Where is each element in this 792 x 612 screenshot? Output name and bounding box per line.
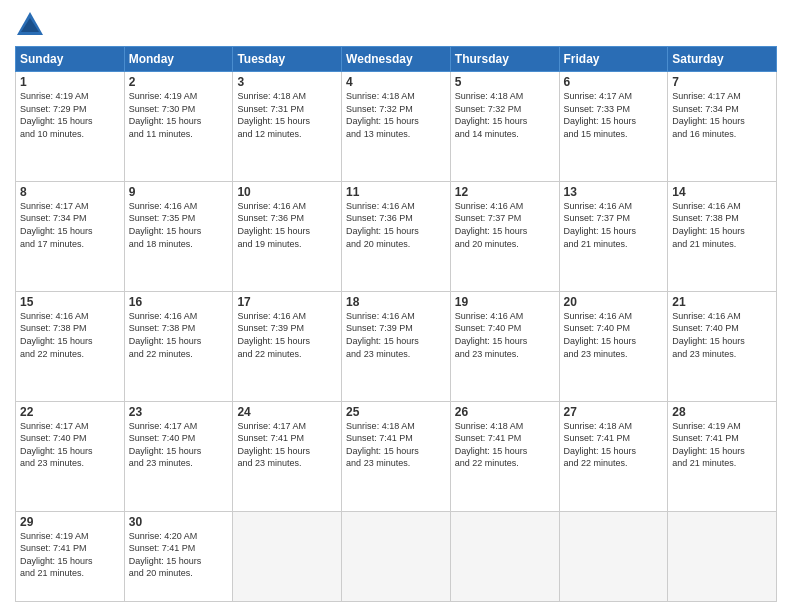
day-number: 23 xyxy=(129,405,229,419)
day-info: Sunrise: 4:19 AMSunset: 7:30 PMDaylight:… xyxy=(129,90,229,140)
calendar-cell: 15Sunrise: 4:16 AMSunset: 7:38 PMDayligh… xyxy=(16,291,125,401)
day-info: Sunrise: 4:18 AMSunset: 7:31 PMDaylight:… xyxy=(237,90,337,140)
calendar-cell xyxy=(668,511,777,601)
weekday-header-monday: Monday xyxy=(124,47,233,72)
day-info: Sunrise: 4:16 AMSunset: 7:36 PMDaylight:… xyxy=(237,200,337,250)
day-number: 17 xyxy=(237,295,337,309)
day-number: 1 xyxy=(20,75,120,89)
day-number: 19 xyxy=(455,295,555,309)
calendar-cell: 19Sunrise: 4:16 AMSunset: 7:40 PMDayligh… xyxy=(450,291,559,401)
calendar-cell: 28Sunrise: 4:19 AMSunset: 7:41 PMDayligh… xyxy=(668,401,777,511)
week-row-5: 29Sunrise: 4:19 AMSunset: 7:41 PMDayligh… xyxy=(16,511,777,601)
page: SundayMondayTuesdayWednesdayThursdayFrid… xyxy=(0,0,792,612)
day-number: 9 xyxy=(129,185,229,199)
day-number: 20 xyxy=(564,295,664,309)
calendar-cell: 6Sunrise: 4:17 AMSunset: 7:33 PMDaylight… xyxy=(559,72,668,182)
day-number: 18 xyxy=(346,295,446,309)
day-info: Sunrise: 4:16 AMSunset: 7:40 PMDaylight:… xyxy=(455,310,555,360)
calendar-cell: 23Sunrise: 4:17 AMSunset: 7:40 PMDayligh… xyxy=(124,401,233,511)
calendar-cell: 21Sunrise: 4:16 AMSunset: 7:40 PMDayligh… xyxy=(668,291,777,401)
day-number: 6 xyxy=(564,75,664,89)
calendar-cell: 3Sunrise: 4:18 AMSunset: 7:31 PMDaylight… xyxy=(233,72,342,182)
day-info: Sunrise: 4:19 AMSunset: 7:29 PMDaylight:… xyxy=(20,90,120,140)
day-info: Sunrise: 4:16 AMSunset: 7:36 PMDaylight:… xyxy=(346,200,446,250)
calendar-cell: 27Sunrise: 4:18 AMSunset: 7:41 PMDayligh… xyxy=(559,401,668,511)
day-number: 29 xyxy=(20,515,120,529)
day-info: Sunrise: 4:16 AMSunset: 7:38 PMDaylight:… xyxy=(672,200,772,250)
calendar-cell xyxy=(233,511,342,601)
calendar-cell: 4Sunrise: 4:18 AMSunset: 7:32 PMDaylight… xyxy=(342,72,451,182)
weekday-header-sunday: Sunday xyxy=(16,47,125,72)
calendar-cell: 7Sunrise: 4:17 AMSunset: 7:34 PMDaylight… xyxy=(668,72,777,182)
day-info: Sunrise: 4:17 AMSunset: 7:41 PMDaylight:… xyxy=(237,420,337,470)
calendar-cell: 29Sunrise: 4:19 AMSunset: 7:41 PMDayligh… xyxy=(16,511,125,601)
calendar-cell: 22Sunrise: 4:17 AMSunset: 7:40 PMDayligh… xyxy=(16,401,125,511)
day-number: 5 xyxy=(455,75,555,89)
day-number: 3 xyxy=(237,75,337,89)
calendar-cell: 2Sunrise: 4:19 AMSunset: 7:30 PMDaylight… xyxy=(124,72,233,182)
day-info: Sunrise: 4:19 AMSunset: 7:41 PMDaylight:… xyxy=(672,420,772,470)
calendar-cell: 1Sunrise: 4:19 AMSunset: 7:29 PMDaylight… xyxy=(16,72,125,182)
day-number: 14 xyxy=(672,185,772,199)
day-number: 27 xyxy=(564,405,664,419)
day-number: 13 xyxy=(564,185,664,199)
week-row-2: 8Sunrise: 4:17 AMSunset: 7:34 PMDaylight… xyxy=(16,181,777,291)
day-info: Sunrise: 4:17 AMSunset: 7:33 PMDaylight:… xyxy=(564,90,664,140)
day-number: 2 xyxy=(129,75,229,89)
day-info: Sunrise: 4:18 AMSunset: 7:41 PMDaylight:… xyxy=(455,420,555,470)
day-info: Sunrise: 4:18 AMSunset: 7:32 PMDaylight:… xyxy=(455,90,555,140)
calendar-cell: 18Sunrise: 4:16 AMSunset: 7:39 PMDayligh… xyxy=(342,291,451,401)
day-info: Sunrise: 4:16 AMSunset: 7:39 PMDaylight:… xyxy=(346,310,446,360)
day-info: Sunrise: 4:19 AMSunset: 7:41 PMDaylight:… xyxy=(20,530,120,580)
day-info: Sunrise: 4:16 AMSunset: 7:38 PMDaylight:… xyxy=(129,310,229,360)
calendar-cell: 13Sunrise: 4:16 AMSunset: 7:37 PMDayligh… xyxy=(559,181,668,291)
day-number: 30 xyxy=(129,515,229,529)
day-info: Sunrise: 4:16 AMSunset: 7:39 PMDaylight:… xyxy=(237,310,337,360)
calendar-cell: 17Sunrise: 4:16 AMSunset: 7:39 PMDayligh… xyxy=(233,291,342,401)
day-number: 8 xyxy=(20,185,120,199)
weekday-header-friday: Friday xyxy=(559,47,668,72)
day-number: 7 xyxy=(672,75,772,89)
day-number: 4 xyxy=(346,75,446,89)
calendar-cell xyxy=(342,511,451,601)
calendar-cell: 14Sunrise: 4:16 AMSunset: 7:38 PMDayligh… xyxy=(668,181,777,291)
calendar-cell: 20Sunrise: 4:16 AMSunset: 7:40 PMDayligh… xyxy=(559,291,668,401)
week-row-1: 1Sunrise: 4:19 AMSunset: 7:29 PMDaylight… xyxy=(16,72,777,182)
day-info: Sunrise: 4:16 AMSunset: 7:38 PMDaylight:… xyxy=(20,310,120,360)
day-info: Sunrise: 4:16 AMSunset: 7:35 PMDaylight:… xyxy=(129,200,229,250)
day-info: Sunrise: 4:16 AMSunset: 7:37 PMDaylight:… xyxy=(455,200,555,250)
calendar-cell: 9Sunrise: 4:16 AMSunset: 7:35 PMDaylight… xyxy=(124,181,233,291)
calendar-cell: 12Sunrise: 4:16 AMSunset: 7:37 PMDayligh… xyxy=(450,181,559,291)
calendar-cell: 5Sunrise: 4:18 AMSunset: 7:32 PMDaylight… xyxy=(450,72,559,182)
logo xyxy=(15,10,49,40)
calendar-cell xyxy=(559,511,668,601)
day-info: Sunrise: 4:18 AMSunset: 7:41 PMDaylight:… xyxy=(346,420,446,470)
calendar-cell: 16Sunrise: 4:16 AMSunset: 7:38 PMDayligh… xyxy=(124,291,233,401)
weekday-header-tuesday: Tuesday xyxy=(233,47,342,72)
day-info: Sunrise: 4:16 AMSunset: 7:40 PMDaylight:… xyxy=(564,310,664,360)
calendar-cell: 25Sunrise: 4:18 AMSunset: 7:41 PMDayligh… xyxy=(342,401,451,511)
day-info: Sunrise: 4:18 AMSunset: 7:41 PMDaylight:… xyxy=(564,420,664,470)
calendar-cell xyxy=(450,511,559,601)
week-row-3: 15Sunrise: 4:16 AMSunset: 7:38 PMDayligh… xyxy=(16,291,777,401)
day-number: 25 xyxy=(346,405,446,419)
weekday-header-saturday: Saturday xyxy=(668,47,777,72)
day-number: 15 xyxy=(20,295,120,309)
calendar-cell: 24Sunrise: 4:17 AMSunset: 7:41 PMDayligh… xyxy=(233,401,342,511)
day-info: Sunrise: 4:20 AMSunset: 7:41 PMDaylight:… xyxy=(129,530,229,580)
day-info: Sunrise: 4:17 AMSunset: 7:34 PMDaylight:… xyxy=(20,200,120,250)
header xyxy=(15,10,777,40)
calendar-cell: 8Sunrise: 4:17 AMSunset: 7:34 PMDaylight… xyxy=(16,181,125,291)
logo-icon xyxy=(15,10,45,40)
calendar-cell: 10Sunrise: 4:16 AMSunset: 7:36 PMDayligh… xyxy=(233,181,342,291)
day-number: 26 xyxy=(455,405,555,419)
calendar-cell: 11Sunrise: 4:16 AMSunset: 7:36 PMDayligh… xyxy=(342,181,451,291)
day-number: 28 xyxy=(672,405,772,419)
day-number: 10 xyxy=(237,185,337,199)
day-info: Sunrise: 4:17 AMSunset: 7:40 PMDaylight:… xyxy=(129,420,229,470)
day-number: 22 xyxy=(20,405,120,419)
week-row-4: 22Sunrise: 4:17 AMSunset: 7:40 PMDayligh… xyxy=(16,401,777,511)
calendar-cell: 26Sunrise: 4:18 AMSunset: 7:41 PMDayligh… xyxy=(450,401,559,511)
day-info: Sunrise: 4:17 AMSunset: 7:40 PMDaylight:… xyxy=(20,420,120,470)
day-info: Sunrise: 4:16 AMSunset: 7:40 PMDaylight:… xyxy=(672,310,772,360)
